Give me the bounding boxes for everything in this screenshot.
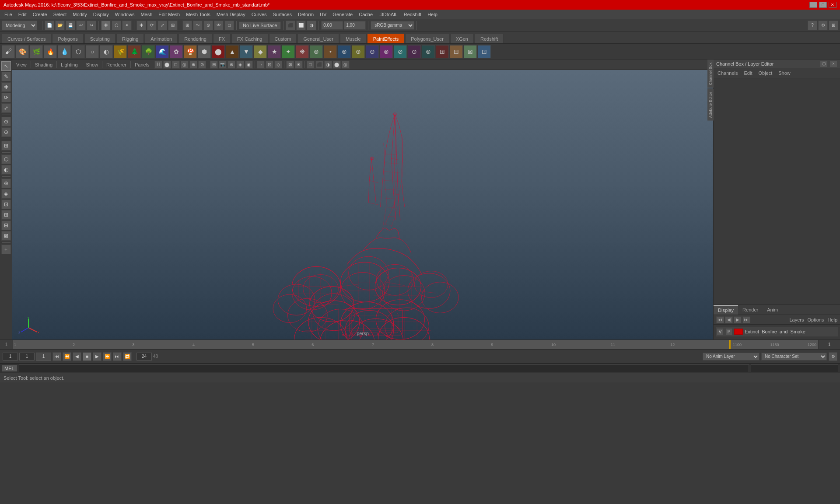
open-file-btn[interactable]: 📂 [55, 21, 65, 30]
shelf-icon-31[interactable]: ⊚ [422, 45, 435, 58]
menu-create[interactable]: Create [30, 11, 50, 18]
show-manipulator-btn[interactable]: ⊞ [1, 141, 11, 150]
vp-renderer-menu[interactable]: Renderer [104, 62, 129, 68]
shelf-icon-33[interactable]: ⊟ [450, 45, 463, 58]
layer-color-swatch[interactable] [734, 329, 743, 335]
mel-label[interactable]: MEL [2, 365, 17, 371]
paint-select-btn[interactable]: ✦ [122, 21, 132, 30]
stop-btn[interactable]: ■ [83, 352, 91, 361]
last-tool-btn[interactable]: ⊞ [168, 21, 178, 30]
go-to-start-btn[interactable]: ⏮ [52, 352, 61, 361]
new-file-btn[interactable]: 📄 [45, 21, 54, 30]
vp-sel2-btn[interactable]: ◉ [245, 61, 253, 69]
vp-shading-menu[interactable]: Shading [33, 62, 55, 68]
module-dropdown[interactable]: Modeling Rigging Animation FX Rendering [2, 21, 37, 30]
menu-file[interactable]: File [2, 11, 15, 18]
vp-hq-btn[interactable]: ◑ [324, 61, 332, 69]
shelf-icon-22[interactable]: ❋ [296, 45, 309, 58]
tab-muscle[interactable]: Muscle [340, 34, 367, 43]
vp-icon-1[interactable]: H [154, 61, 162, 69]
more-tools-btn[interactable]: + [1, 245, 11, 254]
frame-start-input[interactable] [3, 353, 18, 360]
rotate-tool-btn[interactable]: ⟳ [147, 21, 157, 30]
sculpt-tool-4[interactable]: ⊞ [1, 210, 11, 220]
cb-float-btn[interactable]: ⬡ [820, 60, 828, 67]
menu-select[interactable]: Select [51, 11, 70, 18]
tab-custom[interactable]: Custom [269, 34, 297, 43]
shelf-icon-30[interactable]: ⊙ [408, 45, 421, 58]
render-settings-btn[interactable]: ⬛ [286, 21, 295, 30]
shelf-icon-20[interactable]: ★ [268, 45, 281, 58]
menu-display[interactable]: Display [91, 11, 112, 18]
paint-select-btn[interactable]: ◐ [1, 165, 11, 175]
shelf-icon-19[interactable]: ◆ [254, 45, 267, 58]
menu-uv[interactable]: UV [317, 11, 329, 18]
tab-rendering[interactable]: Rendering [178, 34, 212, 43]
tab-polygons[interactable]: Polygons [52, 34, 83, 43]
tab-fx[interactable]: FX [213, 34, 231, 43]
vp-panels-menu[interactable]: Panels [133, 62, 152, 68]
current-frame-left[interactable] [19, 353, 35, 360]
undo-btn[interactable]: ↩ [76, 21, 86, 30]
cb-tab-channels[interactable]: Channels [716, 70, 739, 76]
mel-input[interactable] [19, 364, 749, 372]
sculpt-tool-6[interactable]: ⊠ [1, 231, 11, 241]
shelf-icon-25[interactable]: ⊜ [338, 45, 351, 58]
vp-pivot-btn[interactable]: ⊛ [228, 61, 235, 69]
menu-help[interactable]: Help [425, 11, 440, 18]
sub-tab-help[interactable]: Help [827, 317, 837, 322]
cb-close-btn[interactable]: × [830, 60, 837, 67]
tab-fx-caching[interactable]: FX Caching [231, 34, 268, 43]
shelf-icon-11[interactable]: 🌳 [142, 45, 155, 58]
channel-box-side-label[interactable]: Channel Box [707, 60, 714, 88]
vp-icon-3[interactable]: □ [172, 61, 180, 69]
tab-redshift[interactable]: Redshift [475, 34, 504, 43]
shelf-icon-18[interactable]: ▼ [240, 45, 253, 58]
select-tool-btn[interactable]: ✚ [101, 21, 111, 30]
shelf-icon-13[interactable]: ✿ [170, 45, 183, 58]
snap-grid-btn[interactable]: ⊞ [182, 21, 192, 30]
shelf-icon-14[interactable]: 🍄 [184, 45, 197, 58]
step-back-btn[interactable]: ⏪ [63, 352, 71, 361]
go-to-end-btn[interactable]: ⏭ [113, 352, 122, 361]
shelf-icon-6[interactable]: ⬡ [72, 45, 85, 58]
sub-tab-layers[interactable]: Layers [789, 317, 804, 322]
shelf-icon-16[interactable]: ⬤ [212, 45, 225, 58]
play-forward-btn[interactable]: ▶ [93, 352, 102, 361]
menu-surfaces[interactable]: Surfaces [270, 11, 294, 18]
frame-end-input[interactable] [136, 353, 152, 360]
viewport-3d[interactable]: persp x y z [12, 70, 713, 340]
shelf-icon-35[interactable]: ⊡ [478, 45, 491, 58]
vp-3d-btn[interactable]: ⬛ [315, 61, 323, 69]
shelf-icon-26[interactable]: ⊕ [352, 45, 365, 58]
layer-visibility-btn[interactable]: V [717, 328, 724, 335]
shelf-icon-3[interactable]: 🌿 [30, 45, 43, 58]
layer-nav-prev[interactable]: ◀ [725, 316, 733, 323]
lasso-select-btn[interactable]: ⬡ [112, 21, 121, 30]
menu-mesh-display[interactable]: Mesh Display [214, 11, 248, 18]
color-space-selector[interactable]: sRGB gamma [371, 21, 414, 30]
shelf-icon-28[interactable]: ⊗ [380, 45, 393, 58]
move-tool[interactable]: ✚ [1, 82, 11, 92]
step-forward-btn[interactable]: ⏩ [103, 352, 112, 361]
current-frame-input[interactable] [36, 353, 51, 360]
cb-tab-show[interactable]: Show [777, 70, 792, 76]
sculpt-tool-2[interactable]: ◈ [1, 189, 11, 199]
tab-xgen[interactable]: XGen [450, 34, 474, 43]
shelf-icon-7[interactable]: ○ [86, 45, 99, 58]
settings-btn[interactable]: ⚙ [818, 21, 828, 30]
soft-select-tool2[interactable]: ⊙ [1, 127, 11, 137]
shelf-icon-17[interactable]: ▲ [226, 45, 239, 58]
snap-curve-btn[interactable]: 〜 [193, 21, 203, 30]
cb-tab-edit[interactable]: Edit [742, 70, 753, 76]
shelf-icon-32[interactable]: ⊞ [436, 45, 449, 58]
loop-btn[interactable]: 🔁 [123, 352, 132, 361]
maximize-button[interactable]: □ [819, 2, 827, 8]
render-view-btn[interactable]: ◑ [307, 21, 316, 30]
menu-curves[interactable]: Curves [249, 11, 270, 18]
layer-reference-btn[interactable]: P [725, 328, 732, 335]
snap-view-btn[interactable]: 👁 [214, 21, 224, 30]
menu-edit-mesh[interactable]: Edit Mesh [156, 11, 182, 18]
shelf-icon-34[interactable]: ⊠ [464, 45, 477, 58]
tab-rigging[interactable]: Rigging [116, 34, 144, 43]
